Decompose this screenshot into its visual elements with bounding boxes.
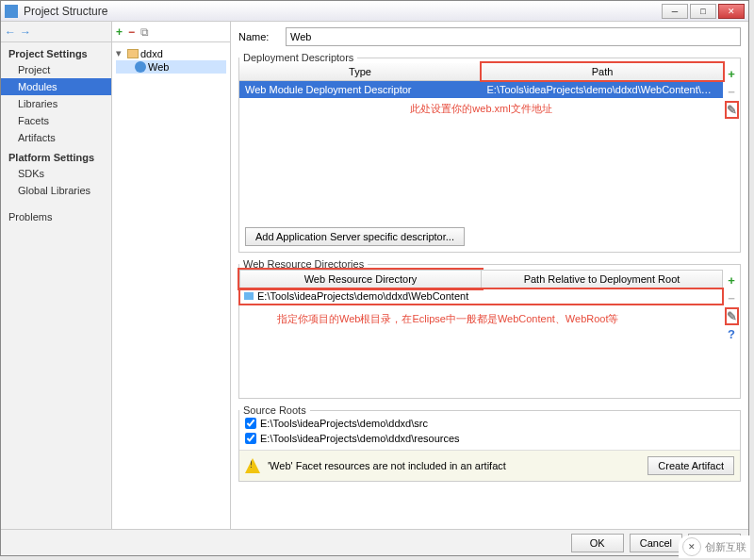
deployment-descriptors: Deployment Descriptors Type Path Web Mod… [238, 52, 741, 253]
wrd-header-rel: Path Relative to Deployment Root [482, 270, 723, 288]
src-path: E:\Tools\ideaProjects\demo\ddxd\src [260, 418, 428, 429]
dd-legend: Deployment Descriptors [239, 52, 357, 63]
add-icon[interactable]: + [116, 25, 123, 39]
src-checkbox[interactable] [245, 433, 256, 444]
create-artifact-button[interactable]: Create Artifact [647, 456, 734, 475]
folder-icon [127, 49, 139, 58]
wrd-add-icon[interactable]: + [728, 273, 735, 288]
wrd-hint: 指定你项目的Web根目录，在Eclipse中一般都是WebContent、Web… [239, 308, 723, 330]
src-checkbox[interactable] [245, 418, 256, 429]
src-item[interactable]: E:\Tools\ideaProjects\demo\ddxd\resource… [239, 431, 740, 446]
close-button[interactable]: ✕ [718, 4, 745, 19]
back-icon[interactable]: ← [5, 25, 16, 39]
minimize-button[interactable]: ─ [662, 4, 688, 19]
dd-hint: 此处设置你的web.xml文件地址 [239, 98, 723, 120]
sidebar-item-artifacts[interactable]: Artifacts [1, 129, 111, 146]
warning-row: 'Web' Facet resources are not included i… [239, 450, 740, 481]
watermark-text: 创新互联 [705, 540, 746, 554]
dd-header-path: Path [482, 63, 723, 80]
src-item[interactable]: E:\Tools\ideaProjects\demo\ddxd\src [239, 416, 740, 431]
wrd-remove-icon[interactable]: − [728, 291, 735, 305]
sidebar-item-libraries[interactable]: Libraries [1, 95, 111, 112]
sidebar-item-sdks[interactable]: SDKs [1, 165, 111, 182]
dd-row[interactable]: Web Module Deployment Descriptor E:\Tool… [239, 81, 723, 98]
wrd-help-icon[interactable]: ? [728, 327, 735, 341]
section-platform-settings: Platform Settings [1, 146, 111, 165]
source-roots: Source Roots E:\Tools\ideaProjects\demo\… [238, 404, 741, 482]
remove-icon[interactable]: − [128, 25, 135, 39]
dd-remove-icon[interactable]: − [728, 85, 735, 99]
dd-edit-icon[interactable]: ✎ [727, 103, 737, 117]
sidebar-item-project[interactable]: Project [1, 61, 111, 78]
add-server-descriptor-button[interactable]: Add Application Server specific descript… [245, 227, 465, 246]
tree-toolbar: + − ⧉ [112, 22, 230, 42]
src-path: E:\Tools\ideaProjects\demo\ddxd\resource… [260, 433, 460, 444]
sidebar-item-global-libraries[interactable]: Global Libraries [1, 182, 111, 199]
sidebar-toolbar: ← → [1, 22, 111, 42]
folder-icon [244, 292, 254, 300]
wrd-edit-icon[interactable]: ✎ [727, 309, 737, 323]
collapse-icon[interactable]: ▾ [116, 47, 125, 59]
ok-button[interactable]: OK [571, 534, 624, 552]
project-structure-window: Project Structure ─ □ ✕ ← → Project Sett… [0, 0, 749, 556]
dialog-footer: OK Cancel Ap [1, 529, 748, 555]
copy-icon[interactable]: ⧉ [140, 25, 149, 39]
main-panel: Name: Deployment Descriptors Type Path W… [231, 22, 748, 529]
wrd-header-dir: Web Resource Directory [239, 270, 482, 288]
tree-label: ddxd [140, 48, 163, 59]
app-icon [5, 5, 18, 18]
name-label: Name: [238, 31, 278, 42]
tree-node-web[interactable]: Web [116, 60, 226, 74]
forward-icon[interactable]: → [20, 25, 31, 39]
warning-icon [245, 458, 260, 473]
tree-node-module[interactable]: ▾ ddxd [116, 46, 226, 60]
name-input[interactable] [286, 27, 741, 46]
watermark-logo-icon: ✕ [682, 537, 701, 556]
watermark: ✕ 创新互联 [679, 535, 750, 558]
section-project-settings: Project Settings [1, 42, 111, 61]
warning-text: 'Web' Facet resources are not included i… [268, 460, 506, 471]
wrd-cell-dir: E:\Tools\ideaProjects\demo\ddxd\WebConte… [257, 290, 468, 302]
sidebar-item-facets[interactable]: Facets [1, 112, 111, 129]
dd-cell-path: E:\Tools\ideaProjects\demo\ddxd\WebConte… [482, 81, 724, 98]
dd-cell-type: Web Module Deployment Descriptor [239, 81, 482, 98]
sidebar-item-modules[interactable]: Modules [1, 78, 111, 95]
tree-label: Web [148, 61, 169, 73]
window-title: Project Structure [24, 5, 660, 18]
sidebar-item-problems[interactable]: Problems [1, 208, 111, 225]
wrd-row[interactable]: E:\Tools\ideaProjects\demo\ddxd\WebConte… [239, 288, 723, 305]
sidebar: ← → Project Settings Project Modules Lib… [1, 22, 112, 529]
titlebar: Project Structure ─ □ ✕ [1, 1, 748, 22]
wrd-legend: Web Resource Directories [239, 258, 368, 270]
dd-add-icon[interactable]: + [728, 67, 735, 81]
module-tree: + − ⧉ ▾ ddxd Web [112, 22, 231, 529]
web-icon [135, 61, 146, 73]
maximize-button[interactable]: □ [690, 4, 716, 19]
src-legend: Source Roots [239, 404, 310, 416]
dd-header-type: Type [239, 63, 482, 80]
cancel-button[interactable]: Cancel [630, 534, 682, 552]
web-resource-directories: Web Resource Directories Web Resource Di… [238, 258, 741, 399]
